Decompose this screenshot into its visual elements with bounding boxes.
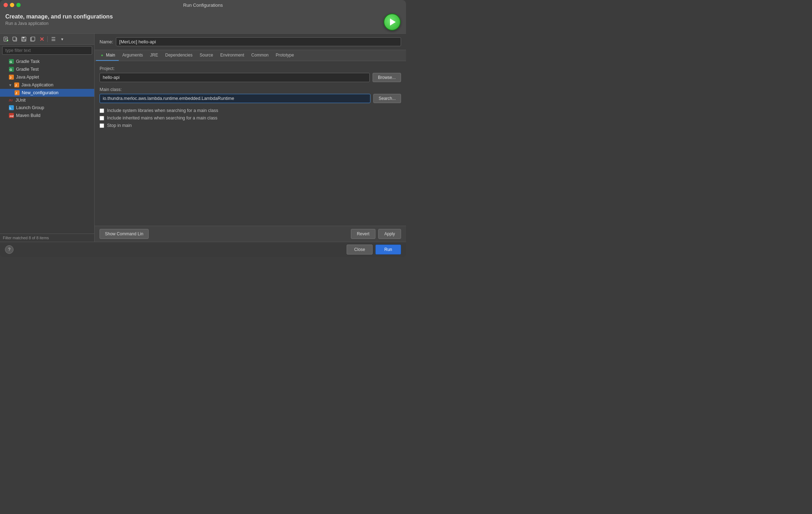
launch-group-icon: L — [9, 105, 14, 111]
include-inherited-checkbox-item[interactable]: Include inherited mains when searching f… — [100, 116, 401, 121]
include-system-checkbox-item[interactable]: Include system libraries when searching … — [100, 108, 401, 113]
main-class-input[interactable] — [100, 94, 370, 103]
main-content: ✕ ☰ ▼ G Gradle Task G Gradle Test — [0, 34, 406, 242]
tab-dependencies[interactable]: Dependencies — [162, 50, 196, 61]
browse-button[interactable]: Browse... — [373, 73, 401, 82]
run-header-button[interactable] — [384, 14, 401, 31]
header-subtitle: Run a Java application — [5, 21, 113, 26]
window-title: Run Configurations — [183, 2, 223, 8]
minimize-window-button[interactable] — [10, 3, 14, 7]
tab-prototype-label: Prototype — [276, 53, 294, 58]
filter-box — [0, 45, 94, 56]
gradle-test-icon: G — [9, 66, 14, 72]
sidebar-footer: Filter matched 8 of 8 items — [0, 234, 94, 242]
include-inherited-label: Include inherited mains when searching f… — [107, 116, 218, 121]
main-tab-icon: ● — [100, 53, 105, 58]
close-button[interactable]: Close — [347, 245, 373, 255]
traffic-lights — [4, 3, 21, 7]
sidebar-item-new-configuration[interactable]: J New_configuration — [0, 89, 94, 97]
search-button[interactable]: Search... — [373, 94, 401, 103]
svg-text:L: L — [10, 106, 12, 110]
sidebar-toolbar: ✕ ☰ ▼ — [0, 34, 94, 45]
filter-options-button[interactable]: ▼ — [58, 35, 66, 43]
tree-list: G Gradle Task G Gradle Test J Java Apple… — [0, 56, 94, 234]
svg-rect-8 — [13, 37, 16, 41]
filter-status: Filter matched 8 of 8 items — [3, 236, 49, 240]
include-system-checkbox[interactable] — [100, 108, 104, 113]
svg-text:G: G — [10, 68, 12, 71]
tab-common[interactable]: Common — [248, 50, 272, 61]
gradle-task-icon: G — [9, 59, 14, 64]
apply-button[interactable]: Apply — [378, 229, 401, 239]
sidebar-item-maven-build[interactable]: m2 Maven Build — [0, 112, 94, 119]
tab-source-label: Source — [199, 53, 213, 58]
gradle-task-label: Gradle Task — [16, 59, 39, 64]
maven-build-label: Maven Build — [16, 113, 41, 118]
panel-content: Project: Browse... Main class: Search...… — [95, 61, 406, 226]
help-button[interactable]: ? — [5, 245, 14, 254]
tab-source[interactable]: Source — [196, 50, 217, 61]
svg-text:m2: m2 — [10, 114, 14, 118]
show-command-button[interactable]: Show Command Lin — [100, 229, 149, 239]
sidebar-item-gradle-test[interactable]: G Gradle Test — [0, 65, 94, 73]
name-label: Name: — [100, 39, 113, 44]
sidebar-item-junit[interactable]: JU JUnit — [0, 97, 94, 104]
name-input[interactable] — [116, 37, 401, 46]
java-application-label: Java Application — [21, 82, 53, 87]
new-config-button[interactable] — [2, 35, 10, 43]
java-applet-icon: J — [9, 74, 14, 80]
sidebar-item-launch-group[interactable]: L Launch Group — [0, 104, 94, 112]
main-class-row: Search... — [100, 94, 401, 103]
sidebar: ✕ ☰ ▼ G Gradle Task G Gradle Test — [0, 34, 95, 242]
tab-main[interactable]: ● Main — [96, 50, 119, 61]
checkbox-group: Include system libraries when searching … — [100, 108, 401, 128]
svg-rect-10 — [22, 37, 25, 38]
name-row: Name: — [95, 34, 406, 50]
tab-common-label: Common — [251, 53, 269, 58]
tab-prototype[interactable]: Prototype — [272, 50, 298, 61]
copy-button[interactable] — [29, 35, 37, 43]
new-configuration-label: New_configuration — [22, 90, 59, 95]
gradle-test-label: Gradle Test — [16, 67, 39, 72]
tab-jre[interactable]: JRE — [146, 50, 162, 61]
tab-environment-label: Environment — [220, 53, 244, 58]
main-class-label: Main class: — [100, 87, 401, 92]
maven-build-icon: m2 — [9, 113, 14, 118]
svg-rect-13 — [31, 37, 35, 41]
svg-rect-11 — [22, 39, 25, 41]
title-bar: Run Configurations — [0, 0, 406, 10]
close-window-button[interactable] — [4, 3, 8, 7]
svg-text:J: J — [15, 84, 17, 87]
stop-in-main-label: Stop in main — [107, 123, 132, 128]
filter-button[interactable]: ☰ — [49, 35, 57, 43]
sidebar-item-java-applet[interactable]: J Java Applet — [0, 73, 94, 81]
new-config-icon: J — [14, 90, 20, 96]
tab-environment[interactable]: Environment — [217, 50, 247, 61]
header-text: Create, manage, and run configurations R… — [5, 14, 113, 26]
svg-text:J: J — [10, 76, 11, 79]
include-system-label: Include system libraries when searching … — [107, 108, 218, 113]
tabs-row: ● Main Arguments JRE Dependencies Source… — [95, 50, 406, 61]
java-app-icon: J — [14, 82, 20, 88]
stop-in-main-checkbox[interactable] — [100, 123, 104, 128]
sidebar-item-java-application[interactable]: ▼ J Java Application — [0, 81, 94, 89]
tab-arguments-label: Arguments — [122, 53, 143, 58]
tab-main-label: Main — [106, 53, 115, 58]
junit-label: JUnit — [16, 98, 26, 103]
bottom-bar: Show Command Lin Revert Apply — [95, 226, 406, 242]
header-title: Create, manage, and run configurations — [5, 14, 113, 20]
revert-button[interactable]: Revert — [351, 229, 375, 239]
project-input[interactable] — [100, 73, 370, 82]
tab-arguments[interactable]: Arguments — [119, 50, 146, 61]
save-button[interactable] — [20, 35, 28, 43]
include-inherited-checkbox[interactable] — [100, 116, 104, 121]
maximize-window-button[interactable] — [16, 3, 21, 7]
filter-input[interactable] — [2, 46, 92, 55]
sidebar-item-gradle-task[interactable]: G Gradle Task — [0, 58, 94, 65]
run-button[interactable]: Run — [375, 245, 401, 255]
svg-text:G: G — [10, 60, 12, 64]
stop-in-main-checkbox-item[interactable]: Stop in main — [100, 123, 401, 128]
duplicate-button[interactable] — [11, 35, 19, 43]
project-row: Browse... — [100, 73, 401, 82]
delete-button[interactable]: ✕ — [38, 35, 46, 43]
